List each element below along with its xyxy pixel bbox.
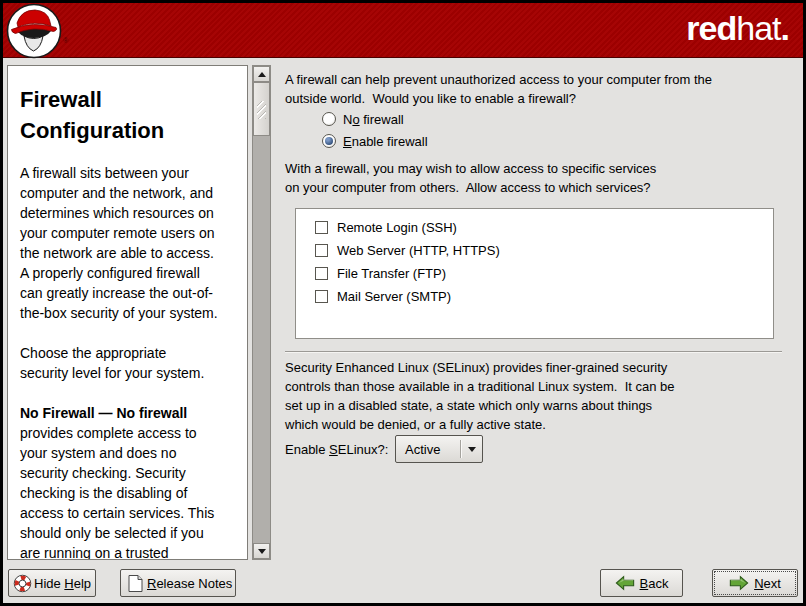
services-intro-text: With a firewall, you may wish to allow a…: [285, 159, 797, 197]
firewall-intro-text: A firewall can help prevent unauthorized…: [285, 70, 797, 108]
radio-label: Enable firewall: [343, 134, 428, 149]
radio-label: No firewall: [343, 112, 404, 127]
scroll-up-icon: [258, 72, 266, 77]
radio-button-selected[interactable]: [322, 134, 336, 148]
service-remote-login-ssh[interactable]: Remote Login (SSH): [315, 216, 773, 238]
registered-mark: ®: [63, 37, 68, 44]
redhat-wordmark: redhat.: [686, 9, 789, 48]
wordmark-hat: hat: [736, 9, 780, 47]
checkbox-unchecked[interactable]: [315, 290, 328, 303]
service-web-server[interactable]: Web Server (HTTP, HTTPS): [315, 239, 773, 261]
wordmark-red: red: [686, 9, 736, 47]
help-paragraph-3-rest: provides complete access to your system …: [20, 425, 214, 560]
scrollbar-trough[interactable]: [253, 136, 270, 543]
scroll-down-button[interactable]: [253, 543, 270, 559]
scrollbar-thumb[interactable]: [253, 82, 270, 136]
help-paragraph-3-bold: No Firewall — No firewall: [20, 405, 187, 421]
back-button[interactable]: Back: [600, 569, 683, 597]
services-listbox: Remote Login (SSH) Web Server (HTTP, HTT…: [295, 208, 774, 339]
next-label: Next: [754, 576, 781, 591]
checkbox-unchecked[interactable]: [315, 267, 328, 280]
life-ring-icon: [13, 574, 32, 593]
service-label: File Transfer (FTP): [337, 266, 446, 281]
back-label: Back: [640, 576, 669, 591]
help-scrollbar[interactable]: [252, 65, 271, 560]
hide-help-label: Hide Help: [34, 576, 91, 591]
scroll-down-icon: [258, 549, 266, 554]
radio-enable-firewall[interactable]: Enable firewall: [322, 131, 428, 151]
section-separator: [285, 351, 782, 353]
checkbox-unchecked[interactable]: [315, 244, 328, 257]
service-mail-server-smtp[interactable]: Mail Server (SMTP): [315, 285, 773, 307]
installer-window: ® redhat. Firewall Configuration A firew…: [3, 3, 803, 603]
scroll-up-button[interactable]: [253, 66, 270, 82]
radio-button-unselected[interactable]: [322, 112, 336, 126]
selinux-label: Enable SELinux?:: [285, 442, 388, 457]
chevron-down-icon: [462, 447, 482, 452]
selinux-intro-text: Security Enhanced Linux (SELinux) provid…: [285, 358, 797, 434]
selinux-dropdown-value: Active: [396, 442, 460, 457]
arrow-right-icon: [729, 575, 749, 591]
service-label: Web Server (HTTP, HTTPS): [337, 243, 500, 258]
arrow-left-icon: [615, 575, 635, 591]
wordmark-dot: .: [781, 9, 789, 47]
selinux-dropdown[interactable]: Active: [395, 435, 483, 463]
document-icon: [127, 574, 144, 593]
help-paragraph-2: Choose the appropriate security level fo…: [20, 343, 236, 383]
help-paragraph-1: A firewall sits between your computer an…: [20, 163, 236, 323]
checkbox-unchecked[interactable]: [315, 221, 328, 234]
help-title: Firewall Configuration: [20, 84, 236, 146]
release-notes-button[interactable]: Release Notes: [120, 569, 236, 597]
help-panel: Firewall Configuration A firewall sits b…: [7, 65, 248, 560]
service-file-transfer-ftp[interactable]: File Transfer (FTP): [315, 262, 773, 284]
release-notes-label: Release Notes: [147, 576, 232, 591]
help-paragraph-3: No Firewall — No firewall provides compl…: [20, 403, 236, 560]
redhat-shadowman-icon: [6, 3, 62, 60]
radio-no-firewall[interactable]: No firewall: [322, 109, 404, 129]
next-button[interactable]: Next: [712, 569, 798, 597]
hide-help-button[interactable]: Hide Help: [8, 569, 96, 597]
service-label: Remote Login (SSH): [337, 220, 457, 235]
service-label: Mail Server (SMTP): [337, 289, 451, 304]
top-banner: ® redhat.: [3, 3, 803, 58]
